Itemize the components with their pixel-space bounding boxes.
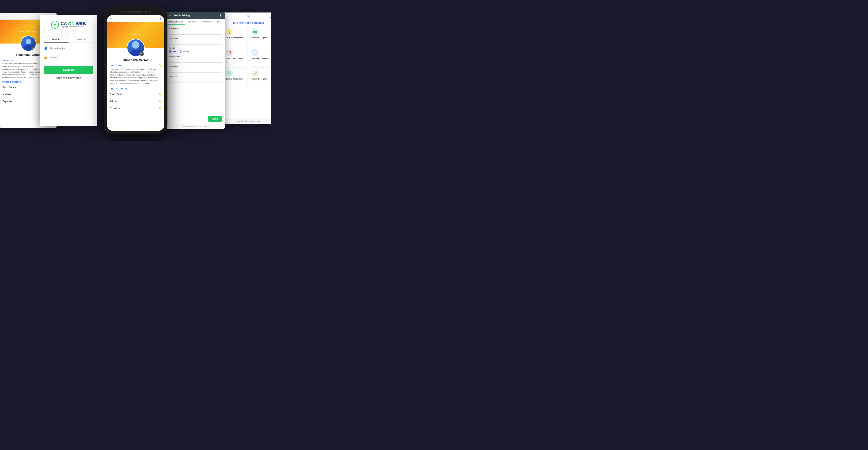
service-icon-1: 💡 <box>226 28 233 36</box>
field-headline: Headline <box>169 75 222 83</box>
edit-about-icon[interactable]: ✏️ <box>159 64 162 67</box>
service-arrow-5[interactable]: → <box>226 82 246 84</box>
service-arrow-6[interactable]: → <box>251 82 271 84</box>
headline-input[interactable] <box>169 78 222 83</box>
tab-expertise[interactable]: EXPERTISE <box>199 19 214 25</box>
notch-dot-1 <box>121 11 123 12</box>
back-arrow-icon[interactable]: ← <box>2 14 6 18</box>
logo-sub: Helping Ecommerce To Grow <box>61 26 86 28</box>
phone-notch <box>107 10 164 13</box>
email-label: Email address <box>169 56 222 58</box>
email-input[interactable] <box>169 58 222 63</box>
search-icon[interactable]: 🔍 <box>247 14 250 18</box>
service-arrow-1[interactable]: → <box>226 40 246 43</box>
pep-upload-icon[interactable]: ⬆ <box>219 14 222 17</box>
phone-upload-icon[interactable]: ⬆ <box>159 17 161 20</box>
services-footer: Copyright @2018, CAONWEB <box>222 119 271 124</box>
tab-qu[interactable]: QU... <box>215 19 224 25</box>
pep-tabs: BASIC DETAILS ADDRESS EXPERTISE QU... <box>166 19 225 25</box>
svg-point-0 <box>26 39 31 44</box>
lock-icon: 🔒 <box>44 55 48 59</box>
phone-input-row: 👤 <box>44 47 93 52</box>
expertise-label: Expertise <box>2 100 12 103</box>
phone-back-icon[interactable]: ← <box>110 17 113 20</box>
last-name-input[interactable] <box>169 40 222 44</box>
pep-header: ← Profile Editing ⬆ <box>166 12 225 19</box>
profile-edit-panel: ← Profile Editing ⬆ BASIC DETAILS ADDRES… <box>166 12 225 129</box>
service-arrow-3[interactable]: → <box>226 61 246 64</box>
gender-male[interactable]: Male <box>169 50 176 53</box>
notch-dot-2 <box>124 11 126 12</box>
cover-text-label: Add Cover Photo <box>20 30 37 33</box>
service-icon-3: 📋 <box>226 49 233 56</box>
service-icon-5: ✏️ <box>226 69 233 77</box>
address-item: Address <box>110 100 119 103</box>
service-card[interactable]: 📊 Startup Recognition → <box>249 47 271 66</box>
avatar: 📷 <box>21 36 36 52</box>
phone-content: Himanshu Verma ABOUT ME ✏️ Being a part … <box>107 48 164 131</box>
signin-button[interactable]: SIGN IN <box>44 66 93 74</box>
tab-address[interactable]: ADDRESS <box>185 19 199 25</box>
logo-main: CA ON WEB <box>61 22 86 26</box>
radio-male[interactable] <box>169 50 171 53</box>
services-header: 🔍 👤 <box>222 12 271 20</box>
phone-user-name: Himanshu Verma <box>110 58 161 62</box>
field-last-name: Last Name <box>169 37 222 44</box>
pep-title: Profile Editing <box>174 14 190 17</box>
phone-shadow <box>114 140 157 141</box>
user-account-icon[interactable]: 👤 <box>270 14 271 18</box>
first-name-input[interactable] <box>169 30 222 35</box>
male-label: Male <box>172 51 176 53</box>
login-form: 👤 🔒 SIGN IN FORGET PASSWORD? <box>40 42 97 83</box>
service-card[interactable]: 📋 Startup Recognition → <box>224 47 248 66</box>
save-button[interactable]: Save <box>208 116 222 122</box>
service-arrow-2[interactable]: → <box>251 40 271 43</box>
female-label: Female <box>183 51 189 53</box>
pep-back-icon[interactable]: ← <box>169 14 172 17</box>
first-name-label: First Name <box>169 27 222 30</box>
phone-camera-badge[interactable]: 📷 <box>140 52 144 56</box>
service-arrow-4[interactable]: → <box>251 61 271 64</box>
logo-container: A CA ON WEB Helping Ecommerce To Grow <box>51 21 86 29</box>
basic-details-label: Basic Details <box>2 86 16 89</box>
service-card[interactable]: 📝 Startup Recognition → <box>249 67 271 87</box>
field-first-name: First Name <box>169 27 222 35</box>
phone-input[interactable] <box>50 47 93 50</box>
tab-signin[interactable]: SIGN IN <box>44 36 68 42</box>
field-mobile: Mobile No. <box>169 65 222 72</box>
phone-about-text: Being a part of the creative industry, I… <box>110 68 161 85</box>
radio-female[interactable] <box>180 50 182 53</box>
password-input[interactable] <box>50 56 93 59</box>
list-item[interactable]: Address ✏️ <box>110 98 161 105</box>
services-panel: 🔍 👤 OUR FEATURED SERVICES 💡 Startup Reco… <box>222 12 271 124</box>
person-icon: 👤 <box>44 47 48 50</box>
phone-profile-editing-label: PROFILE EDITING <box>110 88 161 90</box>
gender-label: Gender <box>169 47 222 50</box>
edit-icon[interactable]: ✏️ <box>158 107 161 110</box>
service-card[interactable]: ✏️ Startup Recognition → <box>224 67 248 87</box>
gender-female[interactable]: Female <box>180 50 189 53</box>
list-item[interactable]: Basic Details ✏️ <box>110 91 161 98</box>
login-tabs: SIGN IN SIGN UP <box>44 36 93 42</box>
list-item[interactable]: Expertise ✏️ <box>110 105 161 112</box>
logo-symbol: A <box>54 23 56 26</box>
edit-icon[interactable]: ✏️ <box>158 93 161 96</box>
service-name-1: Startup Recognition <box>226 37 246 39</box>
notch-dot-3 <box>149 11 150 12</box>
forget-password-link[interactable]: FORGET PASSWORD? <box>44 77 93 79</box>
tab-signup[interactable]: SIGN UP <box>68 36 93 42</box>
service-name-3: Startup Recognition <box>226 57 246 60</box>
edit-icon[interactable]: ✏️ <box>158 100 161 103</box>
mobile-input[interactable] <box>169 68 222 72</box>
service-icon-2: 💵 <box>251 28 258 36</box>
service-name-2: Startup Recognition <box>251 37 271 39</box>
notch-camera <box>145 11 147 13</box>
field-email: Email address <box>169 56 222 63</box>
service-card[interactable]: 💡 Startup Recognition → <box>224 26 248 45</box>
service-card[interactable]: 💵 Startup Recognition → <box>249 26 271 45</box>
phone-cover[interactable]: Add Cover Photo 📷 <box>107 22 164 48</box>
tab-basic-details[interactable]: BASIC DETAILS <box>166 19 185 25</box>
service-name-5: Startup Recognition <box>226 78 246 80</box>
pep-form: First Name Last Name Gender Male Female <box>166 25 225 114</box>
camera-badge-icon[interactable]: 📷 <box>31 47 35 51</box>
